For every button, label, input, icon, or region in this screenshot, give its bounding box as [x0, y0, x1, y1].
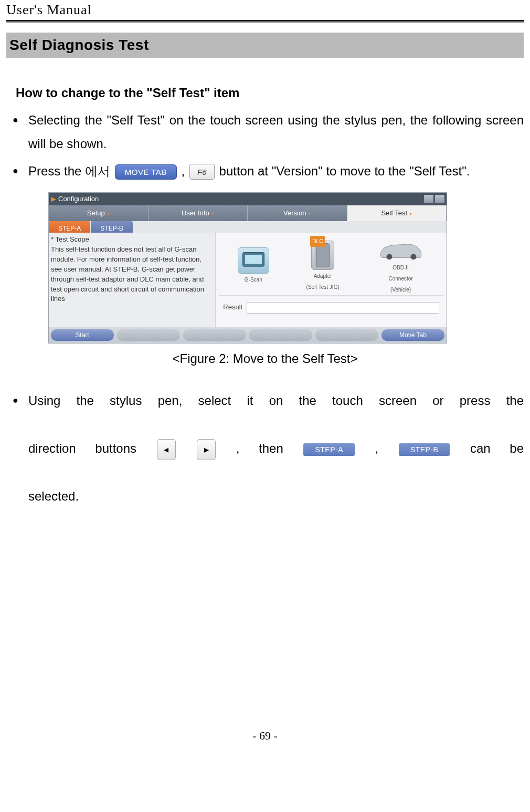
connection-diagram: G-Scan Adapter (Self Test JIG)	[219, 237, 443, 296]
header-rule	[6, 20, 524, 23]
tab-selftest-label: Self Test	[381, 207, 407, 220]
figure-caption: <Figure 2: Move to the Self Test>	[6, 347, 524, 371]
move-tab-button[interactable]: Move Tab	[381, 329, 444, 341]
diagram-panel: DLC G-Scan Adapter	[216, 233, 447, 327]
tab-setup[interactable]: Setup ▾	[49, 205, 149, 221]
tab-setup-label: Setup	[87, 207, 105, 220]
result-field[interactable]	[247, 302, 439, 314]
subheading: How to change to the "Self Test" item	[16, 81, 524, 105]
move-tab-chip: MOVE TAB	[115, 164, 177, 180]
chevron-down-icon: ▾	[409, 209, 412, 218]
conn-label-2: Connector	[388, 274, 412, 284]
window-footer: Start Move Tab	[49, 327, 447, 343]
dlc-badge: DLC	[310, 236, 325, 247]
bullet-item-1: Selecting the "Self Test" on the touch s…	[6, 108, 524, 156]
bullet3-l2-b: , then	[236, 441, 303, 455]
chevron-down-icon: ▾	[211, 209, 214, 218]
config-body: * Test Scope This self-test function doe…	[49, 233, 447, 327]
test-scope-text: This self-test function does not test al…	[51, 245, 212, 304]
adapter-label-2: (Self Test JIG)	[306, 282, 340, 292]
svg-point-4	[410, 254, 416, 260]
subtab-step-b[interactable]: STEP-B	[91, 221, 132, 233]
footer-slot-2[interactable]	[117, 329, 180, 341]
svg-rect-1	[245, 255, 262, 264]
arrow-left-key: ◂	[157, 439, 176, 460]
conn-label-3: (Vehicle)	[390, 285, 411, 295]
result-row: Result	[219, 296, 443, 318]
f6-key-chip: F6	[189, 164, 215, 180]
bullet2-pre: Press the 에서	[28, 164, 114, 178]
gscan-icon	[238, 247, 269, 274]
result-label: Result	[223, 301, 242, 314]
footer-slot-5[interactable]	[315, 329, 378, 341]
main-tabs-row: Setup ▾ User Info ▾ Version ▾ Self Test …	[49, 205, 447, 221]
tab-userinfo-label: User Info	[182, 207, 209, 220]
tab-version[interactable]: Version ▾	[248, 205, 347, 221]
subtab-step-a[interactable]: STEP-A	[49, 221, 90, 233]
adapter-label-1: Adapter	[314, 271, 332, 281]
bullet-list-2: Using the stylus pen, select it on the t…	[6, 389, 524, 508]
bullet-item-3: Using the stylus pen, select it on the t…	[6, 389, 524, 508]
titlebar-arrow-icon: ▶	[51, 193, 56, 206]
start-button[interactable]: Start	[51, 329, 114, 341]
svg-rect-2	[316, 243, 330, 267]
sub-tabs-row: STEP-A STEP-B	[49, 221, 447, 233]
tab-version-label: Version	[283, 207, 306, 220]
arrow-right-key: ▸	[197, 439, 216, 460]
car-icon	[377, 237, 425, 262]
step-a-chip: STEP-A	[303, 443, 355, 456]
test-scope-title: * Test Scope	[51, 235, 212, 245]
section-banner: Self Diagnosis Test	[6, 33, 524, 58]
bullet-list: Selecting the "Self Test" on the touch s…	[6, 108, 524, 183]
tab-userinfo[interactable]: User Info ▾	[149, 205, 248, 221]
bullet3-line2: direction buttons ◂ ▸ , then STEP-A , ST…	[28, 436, 524, 484]
figure-wrap: ▶ Configuration Setup ▾ User Info ▾ Vers…	[48, 192, 447, 343]
doc-header-title: User's Manual	[6, 0, 524, 20]
device-vehicle: OBD-II Connector (Vehicle)	[377, 237, 425, 295]
footer-slot-4[interactable]	[249, 329, 312, 341]
window-close-icon[interactable]	[435, 195, 444, 203]
svg-point-3	[386, 254, 392, 260]
window-minimize-icon[interactable]	[424, 195, 433, 203]
step-b-chip: STEP-B	[399, 443, 450, 456]
page-number: - 69 -	[6, 729, 524, 743]
chevron-down-icon: ▾	[107, 209, 110, 218]
conn-label-1: OBD-II	[393, 263, 409, 273]
window-titlebar: ▶ Configuration	[49, 193, 447, 205]
gscan-label: G-Scan	[245, 275, 262, 285]
window-title: Configuration	[58, 193, 422, 206]
bullet3-line3: selected.	[28, 484, 524, 508]
tab-selftest[interactable]: Self Test ▾	[347, 205, 447, 221]
footer-slot-3[interactable]	[183, 329, 246, 341]
device-adapter: Adapter (Self Test JIG)	[306, 241, 340, 292]
bullet2-mid1: ,	[182, 164, 188, 178]
bullet3-l2-a: direction buttons	[28, 441, 156, 455]
device-gscan: G-Scan	[238, 247, 269, 285]
bullet2-post: button at "Version" to move to the "Self…	[219, 164, 470, 178]
chevron-down-icon: ▾	[308, 209, 311, 218]
bullet3-l2-c: ,	[375, 441, 398, 455]
bullet3-l2-d: can be	[470, 441, 524, 455]
config-window: ▶ Configuration Setup ▾ User Info ▾ Vers…	[48, 192, 447, 343]
bullet-item-2: Press the 에서 MOVE TAB , F6 button at "Ve…	[6, 159, 524, 183]
bullet1-text: Selecting the "Self Test" on the touch s…	[28, 113, 524, 151]
content-block: How to change to the "Self Test" item Se…	[6, 81, 524, 508]
bullet3-line1: Using the stylus pen, select it on the t…	[28, 389, 524, 436]
test-scope-panel: * Test Scope This self-test function doe…	[49, 233, 216, 327]
